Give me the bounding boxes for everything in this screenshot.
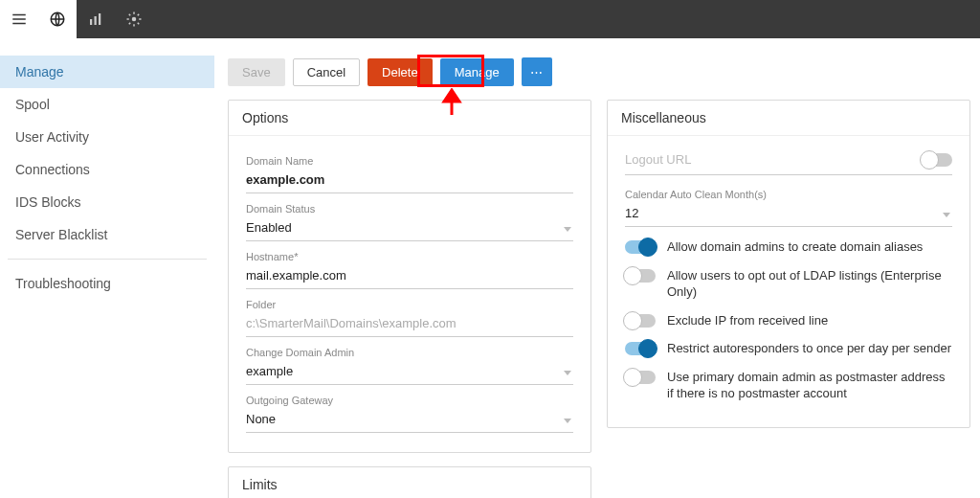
gear-icon[interactable] [115,0,153,38]
chart-icon[interactable] [77,0,115,38]
calendar-clean-select[interactable]: 12 [625,202,952,227]
sidebar-item-troubleshooting[interactable]: Troubleshooting [0,267,214,300]
sidebar-item-ids-blocks[interactable]: IDS Blocks [0,186,214,218]
toggle-autoresponders[interactable] [625,342,656,355]
sidebar-separator [8,259,207,260]
toggle-domain-aliases-label: Allow domain admins to create domain ali… [667,238,952,256]
top-bar [0,0,980,38]
hamburger-icon[interactable] [0,0,38,38]
options-card: Options Domain Name Domain Status Enable… [228,100,591,453]
options-card-title: Options [229,101,590,136]
action-bar: Save Cancel Delete Manage ⋯ [228,57,970,86]
svg-rect-1 [90,19,92,25]
globe-icon[interactable] [38,0,77,38]
cancel-button[interactable]: Cancel [293,58,360,86]
toggle-ldap-optout-label: Allow users to opt out of LDAP listings … [667,267,952,301]
main-content: Save Cancel Delete Manage ⋯ Options Doma… [214,38,980,498]
toggle-autoresponders-label: Restrict autoresponders to once per day … [667,340,952,357]
sidebar-item-server-blacklist[interactable]: Server Blacklist [0,218,214,251]
domain-status-select[interactable]: Enabled [246,216,573,241]
toggle-postmaster[interactable] [625,371,656,384]
svg-rect-2 [95,16,97,25]
gateway-label: Outgoing Gateway [246,395,573,406]
delete-button[interactable]: Delete [368,58,433,86]
misc-card-title: Miscellaneous [608,101,969,136]
folder-value: c:\SmarterMail\Domains\example.com [246,312,573,337]
hostname-input[interactable] [246,264,573,289]
toggle-domain-aliases[interactable] [625,240,656,254]
domain-name-input[interactable] [246,169,573,193]
sidebar-item-user-activity[interactable]: User Activity [0,121,214,153]
domain-name-label: Domain Name [246,155,573,167]
toggle-exclude-ip[interactable] [625,314,656,328]
misc-card: Miscellaneous Logout URL Calendar Auto C… [607,100,970,428]
svg-rect-3 [99,13,100,25]
change-admin-select[interactable]: example [246,360,573,385]
limits-card: Limits [228,466,591,498]
change-admin-label: Change Domain Admin [246,347,573,358]
logout-url-input[interactable]: Logout URL [625,152,922,167]
toggle-postmaster-label: Use primary domain admin as postmaster a… [667,369,952,402]
sidebar-item-connections[interactable]: Connections [0,153,214,186]
svg-point-4 [132,17,137,22]
toggle-ldap-optout[interactable] [625,269,656,283]
domain-status-label: Domain Status [246,203,573,215]
hostname-label: Hostname* [246,251,573,262]
manage-button[interactable]: Manage [440,58,514,86]
more-button[interactable]: ⋯ [522,57,552,86]
sidebar: Manage Spool User Activity Connections I… [0,38,214,498]
logout-url-toggle[interactable] [922,153,952,167]
gateway-select[interactable]: None [246,408,573,433]
folder-label: Folder [246,299,573,310]
sidebar-item-spool[interactable]: Spool [0,88,214,121]
save-button: Save [228,58,285,86]
limits-card-title: Limits [229,467,590,498]
toggle-exclude-ip-label: Exclude IP from received line [667,312,952,329]
sidebar-item-manage[interactable]: Manage [0,56,214,88]
calendar-clean-label: Calendar Auto Clean Month(s) [625,189,952,200]
